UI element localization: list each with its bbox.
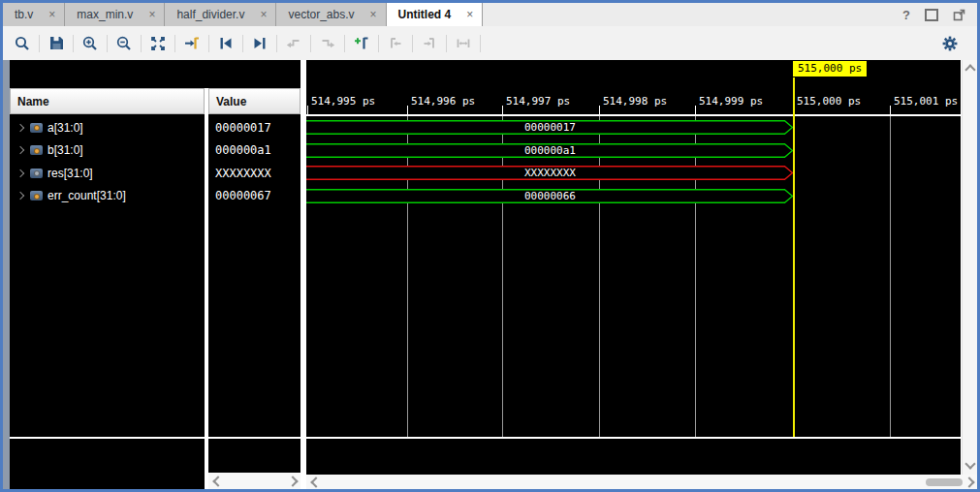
signal-value-cell[interactable]: 000000a1 <box>208 139 300 162</box>
close-icon[interactable]: × <box>466 8 473 21</box>
zoom-in-button[interactable] <box>77 31 104 56</box>
left-edge-strip <box>3 60 10 489</box>
tab-half-divider-v[interactable]: half_divider.v × <box>165 3 276 26</box>
waveform-window: tb.v × max_min.v × half_divider.v × vect… <box>0 0 980 492</box>
close-icon[interactable]: × <box>370 8 377 21</box>
expand-chevron-icon[interactable] <box>16 146 24 154</box>
bus-signal-icon <box>30 145 43 155</box>
wave-main-area: Name Value a[31:0] b[31:0] res[31:0] err… <box>3 60 977 489</box>
bus-signal-icon <box>30 191 43 200</box>
tab-tb-v[interactable]: tb.v × <box>3 3 65 26</box>
signal-name-label: res[31:0] <box>47 167 93 180</box>
add-marker-icon <box>353 35 370 52</box>
signal-value-cell[interactable]: 00000017 <box>208 116 300 138</box>
go-to-time-button[interactable] <box>178 31 205 56</box>
tab-max-min-v[interactable]: max_min.v × <box>65 3 165 26</box>
previous-marker-icon <box>387 35 404 52</box>
toolbar-separator <box>310 35 311 52</box>
scroll-left-icon[interactable] <box>212 476 223 486</box>
signal-value-cell[interactable]: 00000067 <box>208 185 300 207</box>
help-icon[interactable]: ? <box>902 8 910 22</box>
waveform-canvas[interactable]: 514,995 ps 514,996 ps 514,997 ps 514,998… <box>306 60 961 475</box>
span-markers-button <box>450 31 477 56</box>
settings-gear-icon <box>941 35 959 52</box>
toolbar-separator <box>446 35 447 52</box>
close-icon[interactable]: × <box>260 8 267 21</box>
expand-chevron-icon[interactable] <box>16 169 24 176</box>
signal-row-err-count[interactable]: err_count[31:0] <box>10 185 205 207</box>
tab-vector-abs-v[interactable]: vector_abs.v × <box>276 3 386 26</box>
zoom-fit-button[interactable] <box>144 31 172 56</box>
float-window-icon[interactable] <box>953 9 965 21</box>
signal-row-b[interactable]: b[31:0] <box>10 139 205 162</box>
scroll-up-icon[interactable] <box>964 64 975 75</box>
value-header-label: Value <box>216 95 246 108</box>
tabbar-actions: ? <box>902 3 977 26</box>
next-transition-icon <box>251 35 269 52</box>
go-to-time-icon <box>183 35 201 52</box>
search-button[interactable] <box>9 31 36 56</box>
tab-untitled-4[interactable]: Untitled 4 × <box>387 3 484 26</box>
bus-signal-icon <box>30 123 43 133</box>
bus-signal-dot <box>34 170 40 176</box>
name-header-label: Name <box>17 95 49 108</box>
wave-bus-err-count: 00000066 <box>306 189 794 203</box>
signal-row-res[interactable]: res[31:0] <box>10 162 205 184</box>
toolbar-separator <box>107 35 108 52</box>
wave-bus-a: 00000017 <box>306 120 794 135</box>
time-cursor[interactable] <box>793 77 795 437</box>
close-icon[interactable]: × <box>148 8 155 21</box>
ruler-time-label: 514,998 ps <box>603 95 667 108</box>
swap-previous-icon <box>285 35 302 52</box>
scroll-left-icon[interactable] <box>310 477 321 487</box>
scrollbar-thumb[interactable] <box>926 478 963 486</box>
toolbar-separator <box>480 35 481 52</box>
swap-next-button <box>314 31 341 56</box>
scroll-right-icon[interactable] <box>964 477 974 487</box>
bus-signal-icon <box>30 169 43 178</box>
swap-previous-button <box>280 31 307 56</box>
zoom-out-button[interactable] <box>111 31 138 56</box>
close-icon[interactable]: × <box>48 8 55 21</box>
gridline <box>695 116 696 437</box>
ruler-tick <box>695 106 696 114</box>
cursor-time-badge[interactable]: 515,000 ps <box>793 61 867 77</box>
signal-value-text: 000000a1 <box>215 143 271 157</box>
wave-horizontal-scrollbar[interactable] <box>306 475 977 489</box>
settings-button[interactable] <box>936 31 964 56</box>
toolbar-separator <box>412 35 413 52</box>
toolbar-separator <box>344 35 345 52</box>
maximize-icon[interactable] <box>925 9 938 21</box>
add-marker-button[interactable] <box>348 31 375 56</box>
toolbar-separator <box>208 35 209 52</box>
signal-row-a[interactable]: a[31:0] <box>10 116 205 138</box>
tab-label: max_min.v <box>77 8 133 21</box>
value-column-header[interactable]: Value <box>208 88 300 114</box>
signal-name-label: b[31:0] <box>47 143 83 157</box>
wave-bottom-separator <box>306 437 961 439</box>
bus-signal-dot <box>34 125 40 131</box>
expand-chevron-icon[interactable] <box>16 123 24 131</box>
wave-bus-value: XXXXXXXX <box>306 166 794 180</box>
scroll-right-icon[interactable] <box>287 476 298 486</box>
previous-transition-button[interactable] <box>212 31 239 56</box>
zoom-fit-icon <box>149 35 167 52</box>
signal-name-label: err_count[31:0] <box>47 189 126 202</box>
toolbar-separator <box>378 35 379 52</box>
expand-chevron-icon[interactable] <box>16 192 24 200</box>
name-column-header[interactable]: Name <box>10 88 205 114</box>
value-horizontal-scrollbar[interactable] <box>208 473 300 489</box>
ruler-tick <box>890 106 891 114</box>
save-button[interactable] <box>43 31 70 56</box>
previous-marker-button <box>382 31 409 56</box>
gridline <box>890 116 891 437</box>
ruler-time-label: 515,000 ps <box>797 95 861 108</box>
ruler-tick <box>307 106 308 114</box>
next-transition-button[interactable] <box>246 31 273 56</box>
toolbar-separator <box>242 35 243 52</box>
scroll-down-icon[interactable] <box>964 458 975 469</box>
swap-next-icon <box>319 35 336 52</box>
signal-value-cell[interactable]: XXXXXXXX <box>208 162 300 184</box>
tab-label: Untitled 4 <box>398 8 452 21</box>
vertical-scrollbar[interactable] <box>962 60 977 475</box>
